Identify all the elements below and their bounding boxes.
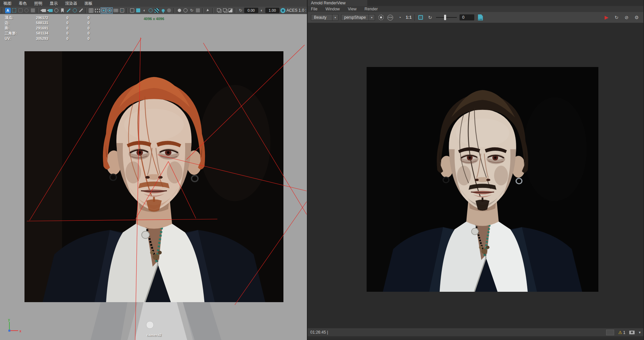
select-camera-icon[interactable]: [40, 8, 46, 13]
disabled-render-icon: [195, 8, 200, 13]
color-space-label[interactable]: ACES 1.0 S: [286, 8, 306, 13]
warning-icon: ⚠: [618, 330, 622, 335]
resolution-gate-label: 4096 x 4096: [144, 17, 164, 21]
lock-camera-icon[interactable]: [47, 8, 53, 13]
exposure-icon[interactable]: ↻: [427, 14, 433, 21]
letter-a-button[interactable]: A: [5, 8, 11, 13]
gamma-field[interactable]: 1.00: [265, 8, 279, 13]
window-bottom-strip: [308, 336, 643, 339]
pan-zoom-icon[interactable]: [72, 8, 77, 13]
toolbar-handle[interactable]: [37, 8, 39, 13]
chevron-down-icon[interactable]: ▾: [332, 14, 338, 20]
paint-icon[interactable]: [78, 8, 84, 13]
rv-menu-file[interactable]: File: [311, 7, 317, 11]
pixel-swatch[interactable]: [606, 330, 614, 335]
render-region-icon[interactable]: [378, 14, 384, 21]
bookmark-icon[interactable]: [60, 8, 65, 13]
menu-view[interactable]: 视图: [3, 1, 11, 6]
rv-menu-view[interactable]: View: [348, 7, 357, 11]
rgb-channels-icon[interactable]: RGB: [387, 14, 394, 21]
disabled-tool-icon: [24, 8, 29, 13]
resolution-gate-icon[interactable]: [101, 8, 106, 13]
svg-text:y: y: [8, 318, 10, 322]
field-chart-icon[interactable]: [113, 8, 118, 13]
renderview-statusbar: 01:26:45 | ⚠1 ▾: [308, 328, 643, 336]
toolbar-handle[interactable]: [173, 8, 175, 13]
settings-gear-icon[interactable]: ⚙: [633, 14, 640, 21]
alpha-channel-icon[interactable]: ◔: [396, 14, 403, 21]
anti-alias-icon[interactable]: [183, 8, 188, 13]
image-plane: [24, 51, 283, 302]
camera-attributes-icon[interactable]: [54, 8, 59, 13]
camera-name-label: camera2: [147, 333, 162, 337]
shadows-icon[interactable]: [160, 8, 165, 13]
snapshot-buffer-icon[interactable]: [228, 8, 233, 13]
rendered-image: [367, 67, 598, 292]
disabled-tool-icon: [18, 8, 23, 13]
image-plane-icon[interactable]: T: [119, 8, 124, 13]
aov-select[interactable]: Beauty ▾: [311, 14, 338, 21]
toolbar-handle[interactable]: [126, 8, 128, 13]
toolbar-handle[interactable]: [202, 8, 204, 13]
marquee-select-icon[interactable]: [12, 8, 17, 13]
exposure-icon[interactable]: ↻: [238, 8, 243, 13]
arnold-render-view-window: Arnold RenderView File Window View Rende…: [308, 0, 643, 340]
render-time: 01:26:45 |: [310, 330, 328, 335]
warning-indicator[interactable]: ⚠1: [618, 330, 625, 335]
menu-shading[interactable]: 着色: [19, 1, 27, 6]
svg-text:x: x: [19, 329, 21, 333]
chevron-down-icon[interactable]: ▾: [369, 14, 375, 20]
crop-region-icon[interactable]: [417, 14, 424, 21]
menu-panels[interactable]: 面板: [85, 1, 93, 6]
maya-window: 视图 着色 照明 显示 渲染器 面板 A: [0, 0, 644, 340]
film-gate-icon[interactable]: [95, 8, 100, 13]
wireframe-icon[interactable]: [129, 8, 135, 13]
renderview-toolbar: Beauty ▾ perspShape ▾ RGB ◔ 1:1 ↻ 0 LOG …: [308, 12, 643, 23]
textured-icon[interactable]: ◐: [142, 8, 147, 13]
rv-menu-render[interactable]: Render: [365, 7, 378, 11]
motion-blur-icon[interactable]: [177, 8, 182, 13]
smooth-shade-icon[interactable]: [136, 8, 141, 13]
ambient-occlusion-icon[interactable]: [167, 8, 172, 13]
gamma-icon[interactable]: ◐: [259, 8, 264, 13]
chevron-down-icon[interactable]: ▾: [639, 330, 641, 335]
copy-buffer-icon[interactable]: [215, 8, 220, 13]
rv-menu-window[interactable]: Window: [325, 7, 340, 11]
gate-mask-icon[interactable]: [107, 8, 112, 13]
viewport[interactable]: 顶点:29617200 边:58813100 面:29169100 三角形:58…: [0, 14, 308, 340]
panel-toolbar: A T ◐: [0, 7, 307, 14]
all-lights-icon[interactable]: [148, 8, 153, 13]
isolate-select-icon[interactable]: [205, 8, 210, 13]
menu-lighting[interactable]: 照明: [34, 1, 42, 6]
debug-slider-value[interactable]: 0: [460, 14, 474, 20]
menu-show[interactable]: 显示: [50, 1, 58, 6]
debug-shading-icon[interactable]: ⊘: [623, 14, 630, 21]
grid-icon[interactable]: [89, 8, 94, 13]
grease-pencil-icon[interactable]: [66, 8, 71, 13]
render-canvas[interactable]: [308, 23, 643, 328]
debug-slider[interactable]: [436, 15, 457, 20]
renderview-title-tab[interactable]: Arnold RenderView: [308, 0, 367, 6]
camera-select[interactable]: perspShape ▾: [341, 14, 375, 21]
toolbar-handle[interactable]: [85, 8, 87, 13]
disabled-tool-icon: [30, 8, 35, 13]
panel-menubar: 视图 着色 照明 显示 渲染器 面板: [0, 0, 307, 7]
start-render-button[interactable]: ▶: [603, 14, 610, 21]
refresh-render-icon[interactable]: ↻: [613, 14, 620, 21]
slider-handle[interactable]: [444, 15, 446, 20]
default-material-icon[interactable]: [154, 8, 159, 13]
poly-count-hud: 顶点:29617200 边:58813100 面:29169100 三角形:58…: [5, 15, 90, 41]
toolbar-handle[interactable]: [212, 8, 214, 13]
renderview-menubar: File Window View Render: [308, 6, 643, 12]
log-icon[interactable]: LOG: [477, 14, 484, 21]
paste-buffer-icon[interactable]: [222, 8, 227, 13]
snapshot-camera-icon[interactable]: [629, 331, 635, 334]
zoom-ratio-button[interactable]: 1:1: [406, 15, 412, 20]
exposure-field[interactable]: 0.00: [244, 8, 258, 13]
renderview-titlebar: Arnold RenderView: [308, 0, 643, 6]
menu-renderer[interactable]: 渲染器: [65, 1, 77, 6]
view-transform-toggle-icon[interactable]: [280, 8, 285, 13]
sequence-time-icon[interactable]: ↻: [189, 8, 194, 13]
toolbar-handle[interactable]: [235, 8, 236, 13]
toolbar-handle[interactable]: [2, 8, 3, 13]
